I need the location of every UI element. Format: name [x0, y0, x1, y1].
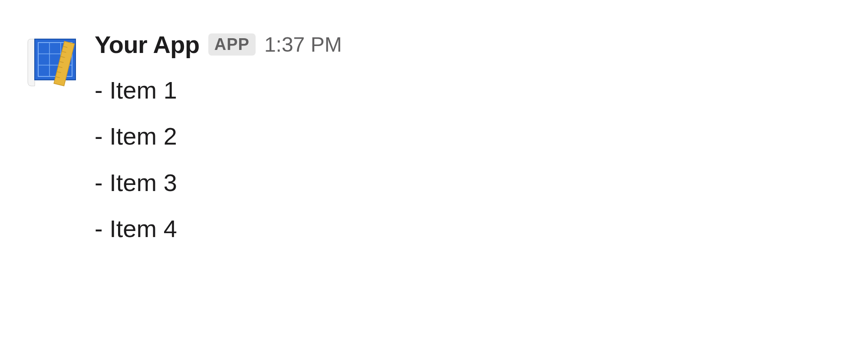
message-body: - Item 1 - Item 2 - Item 3 - Item 4	[95, 67, 842, 252]
app-badge: APP	[208, 33, 256, 56]
app-avatar[interactable]	[26, 33, 82, 89]
list-item: - Item 3	[95, 160, 842, 206]
slack-message: Your App APP 1:37 PM - Item 1 - Item 2 -…	[26, 30, 842, 252]
message-content: Your App APP 1:37 PM - Item 1 - Item 2 -…	[95, 30, 842, 252]
blueprint-icon	[26, 33, 82, 89]
message-header: Your App APP 1:37 PM	[95, 30, 842, 59]
message-timestamp[interactable]: 1:37 PM	[264, 33, 342, 56]
list-item: - Item 1	[95, 67, 842, 113]
list-item: - Item 2	[95, 113, 842, 159]
sender-name[interactable]: Your App	[95, 30, 200, 59]
list-item: - Item 4	[95, 206, 842, 252]
